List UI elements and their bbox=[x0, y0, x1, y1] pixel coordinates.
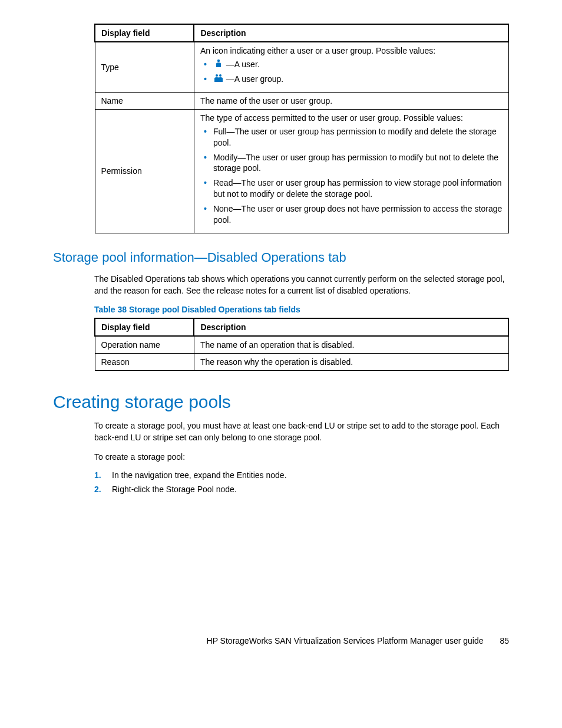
cell-desc: The name of the user or user group. bbox=[194, 92, 508, 109]
footer-title: HP StorageWorks SAN Virtualization Servi… bbox=[207, 636, 484, 645]
section2-paragraph-2: To create a storage pool: bbox=[94, 452, 509, 463]
svg-point-0 bbox=[217, 60, 220, 62]
cell-field: Operation name bbox=[95, 336, 194, 354]
step-text: In the navigation tree, expand the Entit… bbox=[112, 470, 287, 480]
table-row: Reason The reason why the operation is d… bbox=[95, 354, 508, 371]
table-caption-38: Table 38 Storage pool Disabled Operation… bbox=[94, 305, 509, 314]
section-heading-disabled-ops: Storage pool information—Disabled Operat… bbox=[53, 250, 509, 265]
list-item: 2. Right-click the Storage Pool node. bbox=[94, 485, 509, 494]
list-item: —A user. bbox=[200, 59, 503, 70]
table-row: Permission The type of access permitted … bbox=[95, 109, 508, 233]
icon-label: —A user group. bbox=[226, 74, 283, 84]
display-field-table-2: Display field Description Operation name… bbox=[94, 318, 509, 371]
user-icon bbox=[213, 59, 224, 70]
table2-header-field: Display field bbox=[95, 318, 194, 336]
step-number: 1. bbox=[94, 470, 101, 480]
page-number: 85 bbox=[500, 636, 509, 645]
table1-header-field: Display field bbox=[95, 24, 194, 42]
step-number: 2. bbox=[94, 485, 101, 494]
svg-point-2 bbox=[219, 74, 222, 77]
display-field-table-1: Display field Description Type An icon i… bbox=[94, 24, 509, 233]
list-item: None—The user or user group does not hav… bbox=[200, 203, 503, 226]
cell-desc: An icon indicating either a user or a us… bbox=[194, 42, 508, 92]
table-row: Operation name The name of an operation … bbox=[95, 336, 508, 354]
cell-field: Reason bbox=[95, 354, 194, 371]
step-text: Right-click the Storage Pool node. bbox=[112, 485, 237, 494]
cell-desc: The name of an operation that is disable… bbox=[194, 336, 508, 354]
list-item: Full—The user or user group has permissi… bbox=[200, 126, 503, 149]
permission-intro-text: The type of access permitted to the user… bbox=[200, 113, 503, 123]
type-intro-text: An icon indicating either a user or a us… bbox=[200, 46, 503, 55]
list-item: Modify—The user or user group has permis… bbox=[200, 152, 503, 174]
list-item: Read—The user or user group has permissi… bbox=[200, 177, 503, 200]
cell-field: Name bbox=[95, 92, 194, 109]
group-icon bbox=[213, 74, 224, 85]
section-heading-creating-pools: Creating storage pools bbox=[53, 392, 509, 412]
list-item: —A user group. bbox=[200, 74, 503, 85]
section1-paragraph: The Disabled Operations tab shows which … bbox=[94, 274, 509, 297]
icon-label: —A user. bbox=[226, 60, 260, 69]
list-item: 1. In the navigation tree, expand the En… bbox=[94, 470, 509, 480]
svg-point-1 bbox=[216, 74, 218, 77]
cell-field: Permission bbox=[95, 109, 194, 233]
table1-header-desc: Description bbox=[194, 24, 508, 42]
cell-desc: The reason why the operation is disabled… bbox=[194, 354, 508, 371]
table-row: Type An icon indicating either a user or… bbox=[95, 42, 508, 92]
cell-field: Type bbox=[95, 42, 194, 92]
table-row: Name The name of the user or user group. bbox=[95, 92, 508, 109]
page-footer: HP StorageWorks SAN Virtualization Servi… bbox=[207, 636, 509, 645]
section2-paragraph-1: To create a storage pool, you must have … bbox=[94, 420, 509, 443]
cell-desc: The type of access permitted to the user… bbox=[194, 109, 508, 233]
table2-header-desc: Description bbox=[194, 318, 508, 336]
